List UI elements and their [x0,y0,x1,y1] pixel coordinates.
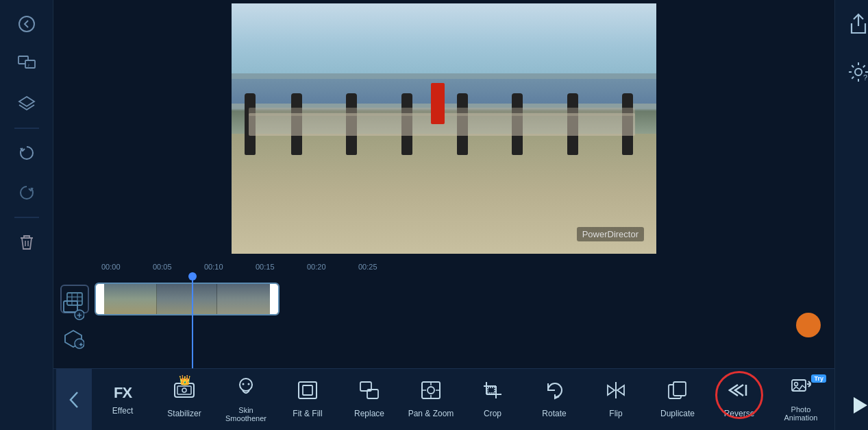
toolbar-item-photo-animation[interactable]: Try Photo Animation [770,369,832,431]
share-button[interactable] [841,7,869,41]
delete-button[interactable] [10,225,44,259]
svg-rect-12 [64,301,77,312]
crown-badge: 👑 [179,374,190,385]
svg-text:♪: ♪ [27,62,30,67]
duplicate-icon [667,381,688,405]
right-panel: ? [834,0,868,430]
clip-handle-left[interactable] [96,284,104,314]
svg-rect-24 [299,382,317,398]
toolbar-item-flip[interactable]: Flip [585,369,647,431]
svg-point-46 [795,383,798,386]
svg-marker-40 [608,385,615,395]
skin-smoothener-label: Skin Smoothener [225,406,266,422]
svg-point-29 [427,387,434,394]
stabilizer-label: Stabilizer [167,409,201,418]
svg-point-22 [243,383,245,385]
media-indicator[interactable] [796,313,821,337]
playhead-head [188,272,197,280]
time-mark-2: 00:10 [204,263,256,271]
back-button[interactable] [10,7,44,41]
toolbar-item-replace[interactable]: Replace [338,369,400,431]
svg-text:?: ? [863,73,867,82]
time-ruler: 00:00 00:05 00:10 00:15 00:20 00:25 [60,257,828,276]
svg-marker-4 [19,97,34,106]
clip-thumb-1 [96,284,157,314]
replace-label: Replace [354,409,384,418]
crop-icon [482,381,503,405]
toolbar-item-fit-fill[interactable]: Fit & Fill [277,369,338,431]
svg-point-0 [19,16,34,32]
duplicate-label: Duplicate [660,409,695,418]
svg-marker-41 [617,385,624,395]
sidebar-divider-2 [14,217,39,218]
toolbar-item-skin-smoothener[interactable]: Skin Smoothener [215,369,277,431]
reverse-icon [728,381,750,405]
svg-point-20 [182,388,186,392]
layer-settings-icon[interactable]: ✦ [60,327,86,350]
sidebar-divider-1 [14,128,39,129]
toolbar-item-rotate[interactable]: Rotate [523,369,585,431]
fit-fill-icon [297,381,318,405]
svg-rect-25 [303,385,312,395]
flip-label: Flip [609,409,622,418]
toolbar-item-duplicate[interactable]: Duplicate [647,369,708,431]
svg-text:+: + [77,310,82,320]
settings-button[interactable]: ? [841,55,869,89]
svg-point-21 [240,379,252,391]
try-badge: Try [811,374,826,383]
timeline-area: 00:00 00:05 00:10 00:15 00:20 00:25 [53,257,834,368]
playhead[interactable] [192,276,193,368]
svg-marker-51 [854,397,867,414]
undo-button[interactable] [10,136,44,170]
toolbar-item-stabilizer[interactable]: 👑 Stabilizer [153,369,215,431]
pan-zoom-icon [421,381,441,405]
rotate-label: Rotate [542,409,566,418]
add-layer-icon[interactable]: + [60,298,86,322]
layers-button[interactable] [10,86,44,121]
rotate-icon [544,381,565,405]
svg-rect-43 [673,382,686,396]
toolbar-item-crop[interactable]: Crop [462,369,523,431]
time-mark-3: 00:15 [256,263,307,271]
time-mark-1: 00:05 [153,263,204,271]
svg-rect-19 [177,386,191,394]
clip-thumb-3 [217,284,278,314]
pan-zoom-label: Pan & Zoom [408,409,454,418]
timeline-track [60,276,828,321]
fx-label: Effect [112,406,133,416]
photo-animation-label: Photo Animation [784,405,818,422]
media-music-button[interactable]: ♪ [10,47,44,81]
replace-icon [359,381,380,405]
clip-thumb-2 [157,284,218,314]
photo-animation-icon [791,377,811,401]
watermark: PowerDirector [577,227,644,241]
time-mark-4: 00:20 [307,263,358,271]
redo-button[interactable] [10,176,44,210]
reverse-label: Reverse [724,409,755,418]
video-frame: PowerDirector [232,3,656,254]
video-preview: PowerDirector [53,0,834,257]
svg-rect-38 [488,387,495,393]
video-clip[interactable] [95,283,280,315]
fit-fill-label: Fit & Fill [293,409,322,418]
layer-icons: + ✦ [60,298,86,350]
svg-text:✦: ✦ [78,341,84,348]
bottom-toolbar: FX Effect 👑 Stabilizer [53,368,834,430]
clip-handle-right[interactable] [270,284,278,314]
toolbar-item-pan-zoom[interactable]: Pan & Zoom [400,369,462,431]
flip-icon [605,381,627,405]
time-mark-5: 00:25 [358,263,410,271]
time-mark-0: 00:00 [101,263,153,271]
play-button[interactable] [841,387,869,423]
main-content: PowerDirector 00:00 00:05 00:10 00:15 00… [53,0,834,430]
toolbar-item-reverse[interactable]: Reverse [708,369,770,431]
toolbar-back-button[interactable] [56,369,92,431]
crop-label: Crop [484,409,501,418]
skin-smoothener-icon [236,377,256,402]
left-sidebar: ♪ [0,0,53,430]
toolbar-item-fx[interactable]: FX Effect [92,369,153,431]
svg-point-48 [855,69,862,75]
svg-point-23 [248,383,250,385]
fx-icon: FX [114,384,132,402]
